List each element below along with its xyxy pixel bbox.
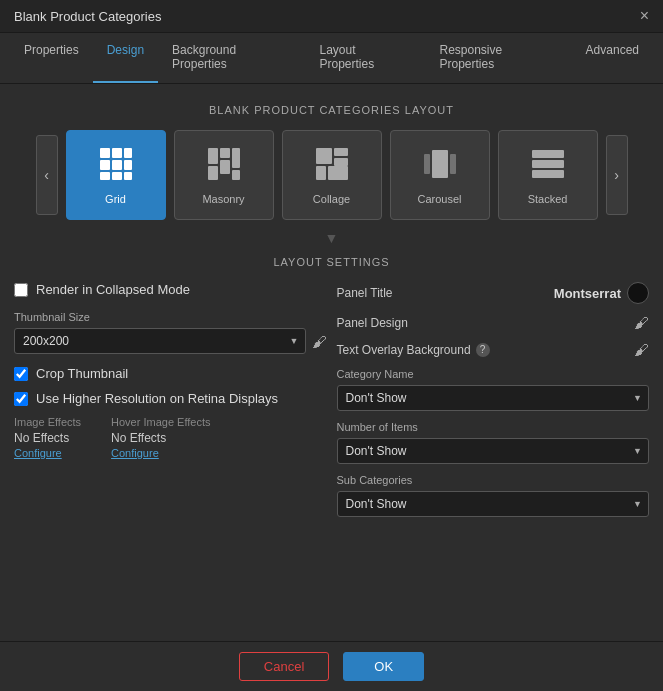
text-overlay-help-icon[interactable]: ? [476,343,490,357]
category-name-select[interactable]: Don't Show Show [337,385,650,411]
layout-option-carousel[interactable]: Carousel [390,130,490,220]
render-mode-label: Render in Collapsed Mode [36,282,190,297]
layout-option-stacked-label: Stacked [528,193,568,205]
layout-option-grid-label: Grid [105,193,126,205]
svg-rect-7 [112,172,122,180]
collage-icon [314,146,350,187]
num-items-select[interactable]: Don't Show Show [337,438,650,464]
crop-thumbnail-row: Crop Thumbnail [14,366,327,381]
panel-title-label: Panel Title [337,286,393,300]
svg-rect-15 [316,148,332,164]
tab-background-properties[interactable]: Background Properties [158,33,305,83]
layout-next-button[interactable]: › [606,135,628,215]
layout-section-title: BLANK PRODUCT CATEGORIES LAYOUT [0,104,663,116]
higher-res-label: Use Higher Resolution on Retina Displays [36,391,278,406]
dialog: Blank Product Categories × Properties De… [0,0,663,691]
cancel-button[interactable]: Cancel [239,652,329,681]
svg-rect-16 [334,148,348,156]
text-overlay-paint-icon[interactable]: 🖌 [634,341,649,358]
tab-properties[interactable]: Properties [10,33,93,83]
crop-thumbnail-checkbox[interactable] [14,367,28,381]
footer: Cancel OK [0,641,663,691]
layout-option-collage-label: Collage [313,193,350,205]
tab-layout-properties[interactable]: Layout Properties [305,33,425,83]
svg-rect-6 [100,172,110,180]
panel-design-label: Panel Design [337,316,408,330]
sub-categories-select[interactable]: Don't Show Show [337,491,650,517]
hover-effects-configure-link[interactable]: Configure [111,447,210,459]
text-overlay-row: Text Overlay Background ? 🖌 [337,341,650,358]
title-bar: Blank Product Categories × [0,0,663,33]
ok-button[interactable]: OK [343,652,424,681]
text-overlay-label: Text Overlay Background ? [337,343,490,357]
crop-thumbnail-label: Crop Thumbnail [36,366,128,381]
num-items-select-wrapper: Don't Show Show [337,438,650,464]
settings-section-title: LAYOUT SETTINGS [0,256,663,268]
right-column: Panel Title Montserrat Panel Design 🖌 Te… [337,282,650,527]
svg-rect-21 [432,150,448,178]
tab-design[interactable]: Design [93,33,158,83]
image-effects-configure-link[interactable]: Configure [14,447,81,459]
image-effects-label: Image Effects [14,416,81,428]
svg-rect-3 [100,160,110,170]
svg-rect-25 [532,170,564,178]
sub-categories-label: Sub Categories [337,474,650,486]
left-column: Render in Collapsed Mode Thumbnail Size … [14,282,327,527]
image-effects-group: Image Effects No Effects Configure [14,416,81,459]
svg-rect-18 [316,166,326,180]
svg-rect-8 [124,172,132,180]
render-mode-checkbox[interactable] [14,283,28,297]
grid-icon [98,146,134,187]
svg-rect-13 [208,166,218,180]
svg-rect-9 [208,148,218,164]
svg-rect-24 [532,160,564,168]
num-items-select-row: Don't Show Show [337,438,650,464]
stacked-icon [530,146,566,187]
layout-option-masonry[interactable]: Masonry [174,130,274,220]
svg-rect-19 [328,166,348,180]
layout-option-masonry-label: Masonry [202,193,244,205]
thumbnail-size-label: Thumbnail Size [14,311,327,323]
higher-res-checkbox[interactable] [14,392,28,406]
layout-option-collage[interactable]: Collage [282,130,382,220]
effects-row: Image Effects No Effects Configure Hover… [14,416,327,459]
layout-option-carousel-label: Carousel [417,193,461,205]
dialog-title: Blank Product Categories [14,9,161,24]
panel-design-row: Panel Design 🖌 [337,314,650,331]
main-content: BLANK PRODUCT CATEGORIES LAYOUT ‹ [0,84,663,641]
thumbnail-size-paint-icon[interactable]: 🖌 [312,333,327,350]
hover-effects-label: Hover Image Effects [111,416,210,428]
higher-res-row: Use Higher Resolution on Retina Displays [14,391,327,406]
thumbnail-size-select[interactable]: 200x200 [14,328,306,354]
layout-option-grid[interactable]: Grid [66,130,166,220]
settings-columns: Render in Collapsed Mode Thumbnail Size … [0,282,663,527]
layout-prev-button[interactable]: ‹ [36,135,58,215]
hover-effects-group: Hover Image Effects No Effects Configure [111,416,210,459]
panel-title-font: Montserrat [554,286,621,301]
panel-title-color-picker[interactable] [627,282,649,304]
panel-title-row: Panel Title Montserrat [337,282,650,304]
panel-design-paint-icon[interactable]: 🖌 [634,314,649,331]
tab-responsive-properties[interactable]: Responsive Properties [426,33,572,83]
category-name-label: Category Name [337,368,650,380]
close-button[interactable]: × [640,8,649,24]
category-name-select-row: Don't Show Show [337,385,650,411]
layout-options-row: ‹ Grid [0,130,663,220]
svg-rect-1 [112,148,122,158]
layout-option-stacked[interactable]: Stacked [498,130,598,220]
thumbnail-size-wrapper: 200x200 [14,328,306,354]
svg-rect-14 [232,170,240,180]
hover-effects-value: No Effects [111,431,210,445]
svg-rect-11 [232,148,240,168]
divider-arrow: ▼ [0,230,663,246]
svg-rect-20 [424,154,430,174]
carousel-icon [422,146,458,187]
render-mode-row: Render in Collapsed Mode [14,282,327,297]
svg-rect-0 [100,148,110,158]
svg-rect-12 [220,160,230,174]
tab-advanced[interactable]: Advanced [572,33,653,83]
tabs-bar: Properties Design Background Properties … [0,33,663,84]
svg-rect-5 [124,160,132,170]
masonry-icon [206,146,242,187]
svg-rect-17 [334,158,348,166]
